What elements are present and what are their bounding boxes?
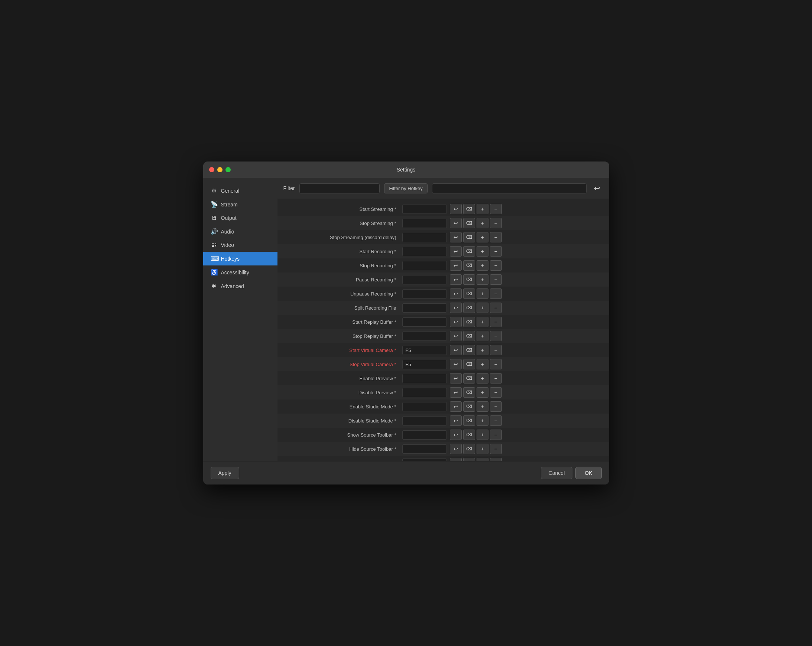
remove-hotkey-button[interactable]: −	[490, 317, 502, 327]
back-button[interactable]: ↩	[591, 182, 603, 194]
add-hotkey-button[interactable]: +	[476, 373, 488, 384]
hotkey-input[interactable]	[402, 247, 447, 256]
remove-hotkey-button[interactable]: −	[490, 430, 502, 440]
reset-hotkey-button[interactable]: ↩	[450, 373, 462, 384]
add-hotkey-button[interactable]: +	[476, 274, 488, 285]
delete-hotkey-button[interactable]: ⌫	[463, 345, 475, 355]
delete-hotkey-button[interactable]: ⌫	[463, 274, 475, 285]
hotkey-input[interactable]	[402, 416, 447, 425]
reset-hotkey-button[interactable]: ↩	[450, 232, 462, 242]
hotkey-input[interactable]	[402, 275, 447, 284]
add-hotkey-button[interactable]: +	[476, 444, 488, 454]
close-button[interactable]	[209, 167, 214, 172]
delete-hotkey-button[interactable]: ⌫	[463, 288, 475, 299]
reset-hotkey-button[interactable]: ↩	[450, 260, 462, 271]
delete-hotkey-button[interactable]: ⌫	[463, 331, 475, 341]
reset-hotkey-button[interactable]: ↩	[450, 444, 462, 454]
remove-hotkey-button[interactable]: −	[490, 345, 502, 355]
hotkey-input[interactable]	[402, 332, 447, 341]
filter-hotkey-input[interactable]	[432, 183, 586, 193]
remove-hotkey-button[interactable]: −	[490, 303, 502, 313]
sidebar-item-stream[interactable]: 📡 Stream	[203, 198, 278, 211]
hotkey-input[interactable]	[402, 360, 447, 369]
reset-hotkey-button[interactable]: ↩	[450, 387, 462, 398]
remove-hotkey-button[interactable]: −	[490, 288, 502, 299]
filter-by-hotkey-button[interactable]: Filter by Hotkey	[384, 183, 427, 193]
sidebar-item-output[interactable]: 🖥 Output	[203, 211, 278, 225]
add-hotkey-button[interactable]: +	[476, 416, 488, 426]
hotkey-input[interactable]	[402, 388, 447, 397]
hotkey-input[interactable]	[402, 233, 447, 242]
reset-hotkey-button[interactable]: ↩	[450, 401, 462, 412]
delete-hotkey-button[interactable]: ⌫	[463, 204, 475, 214]
apply-button[interactable]: Apply	[211, 467, 239, 479]
remove-hotkey-button[interactable]: −	[490, 331, 502, 341]
sidebar-item-video[interactable]: 🖳 Video	[203, 238, 278, 252]
reset-hotkey-button[interactable]: ↩	[450, 246, 462, 256]
remove-hotkey-button[interactable]: −	[490, 401, 502, 412]
reset-hotkey-button[interactable]: ↩	[450, 204, 462, 214]
delete-hotkey-button[interactable]: ⌫	[463, 359, 475, 369]
filter-input[interactable]	[299, 183, 380, 193]
add-hotkey-button[interactable]: +	[476, 204, 488, 214]
add-hotkey-button[interactable]: +	[476, 218, 488, 229]
delete-hotkey-button[interactable]: ⌫	[463, 317, 475, 327]
hotkey-input[interactable]	[402, 459, 447, 462]
reset-hotkey-button[interactable]: ↩	[450, 430, 462, 440]
minimize-button[interactable]	[217, 167, 223, 172]
hotkey-input[interactable]	[402, 303, 447, 312]
delete-hotkey-button[interactable]: ⌫	[463, 260, 475, 271]
hotkey-input[interactable]	[402, 444, 447, 454]
delete-hotkey-button[interactable]: ⌫	[463, 218, 475, 229]
add-hotkey-button[interactable]: +	[476, 331, 488, 341]
add-hotkey-button[interactable]: +	[476, 303, 488, 313]
remove-hotkey-button[interactable]: −	[490, 232, 502, 242]
reset-hotkey-button[interactable]: ↩	[450, 288, 462, 299]
add-hotkey-button[interactable]: +	[476, 458, 488, 461]
add-hotkey-button[interactable]: +	[476, 260, 488, 271]
maximize-button[interactable]	[226, 167, 230, 172]
add-hotkey-button[interactable]: +	[476, 246, 488, 256]
delete-hotkey-button[interactable]: ⌫	[463, 246, 475, 256]
add-hotkey-button[interactable]: +	[476, 288, 488, 299]
add-hotkey-button[interactable]: +	[476, 430, 488, 440]
delete-hotkey-button[interactable]: ⌫	[463, 303, 475, 313]
cancel-button[interactable]: Cancel	[541, 467, 573, 479]
add-hotkey-button[interactable]: +	[476, 232, 488, 242]
remove-hotkey-button[interactable]: −	[490, 246, 502, 256]
reset-hotkey-button[interactable]: ↩	[450, 303, 462, 313]
remove-hotkey-button[interactable]: −	[490, 359, 502, 369]
delete-hotkey-button[interactable]: ⌫	[463, 416, 475, 426]
remove-hotkey-button[interactable]: −	[490, 218, 502, 229]
delete-hotkey-button[interactable]: ⌫	[463, 444, 475, 454]
reset-hotkey-button[interactable]: ↩	[450, 218, 462, 229]
remove-hotkey-button[interactable]: −	[490, 204, 502, 214]
delete-hotkey-button[interactable]: ⌫	[463, 458, 475, 461]
hotkey-input[interactable]	[402, 430, 447, 440]
remove-hotkey-button[interactable]: −	[490, 416, 502, 426]
hotkey-input[interactable]	[402, 317, 447, 327]
hotkey-input[interactable]	[402, 289, 447, 299]
add-hotkey-button[interactable]: +	[476, 401, 488, 412]
reset-hotkey-button[interactable]: ↩	[450, 345, 462, 355]
reset-hotkey-button[interactable]: ↩	[450, 416, 462, 426]
hotkey-input[interactable]	[402, 374, 447, 383]
reset-hotkey-button[interactable]: ↩	[450, 458, 462, 461]
hotkey-input[interactable]	[402, 346, 447, 355]
add-hotkey-button[interactable]: +	[476, 359, 488, 369]
delete-hotkey-button[interactable]: ⌫	[463, 373, 475, 384]
reset-hotkey-button[interactable]: ↩	[450, 331, 462, 341]
sidebar-item-advanced[interactable]: ✱ Advanced	[203, 279, 278, 293]
sidebar-item-hotkeys[interactable]: ⌨ Hotkeys	[203, 252, 278, 265]
remove-hotkey-button[interactable]: −	[490, 387, 502, 398]
sidebar-item-audio[interactable]: 🔊 Audio	[203, 225, 278, 238]
delete-hotkey-button[interactable]: ⌫	[463, 232, 475, 242]
hotkey-input[interactable]	[402, 402, 447, 411]
delete-hotkey-button[interactable]: ⌫	[463, 401, 475, 412]
remove-hotkey-button[interactable]: −	[490, 458, 502, 461]
delete-hotkey-button[interactable]: ⌫	[463, 430, 475, 440]
hotkey-input[interactable]	[402, 219, 447, 228]
remove-hotkey-button[interactable]: −	[490, 444, 502, 454]
hotkey-input[interactable]	[402, 204, 447, 214]
sidebar-item-accessibility[interactable]: ♿ Accessibility	[203, 265, 278, 279]
